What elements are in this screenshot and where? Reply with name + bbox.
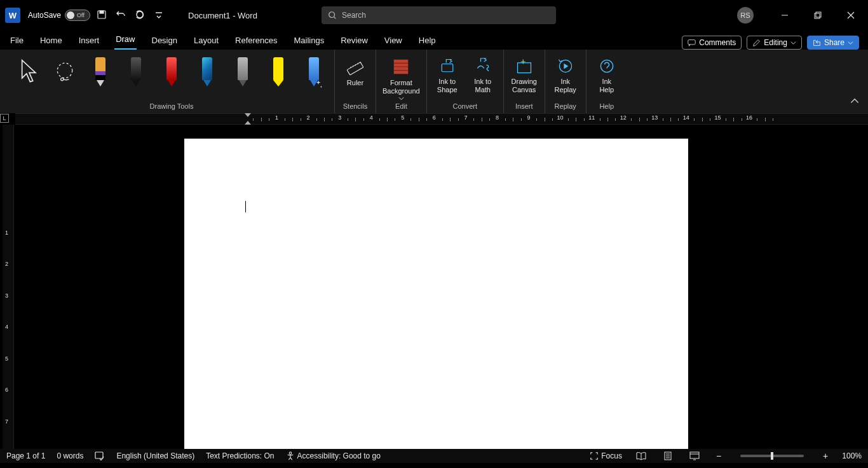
svg-point-16 bbox=[289, 452, 292, 455]
user-avatar[interactable]: RS bbox=[737, 7, 754, 24]
pen-black[interactable] bbox=[122, 56, 150, 86]
zoom-in-button[interactable]: + bbox=[820, 451, 831, 461]
cursor-icon bbox=[18, 57, 40, 86]
svg-point-2 bbox=[137, 11, 143, 18]
svg-rect-12 bbox=[517, 63, 531, 73]
read-mode-button[interactable] bbox=[634, 450, 649, 462]
group-label: Drawing Tools bbox=[150, 102, 194, 111]
svg-rect-1 bbox=[100, 11, 104, 13]
group-stencils: Ruler Stencils bbox=[335, 50, 376, 113]
word-app-icon: W bbox=[5, 8, 20, 23]
chevron-down-icon bbox=[398, 97, 404, 100]
autosave-toggle[interactable]: AutoSave Off bbox=[28, 10, 90, 21]
pen-galaxy[interactable] bbox=[193, 56, 221, 86]
focus-mode-button[interactable]: Focus bbox=[590, 451, 622, 460]
search-input[interactable]: Search bbox=[322, 6, 556, 24]
status-language[interactable]: English (United States) bbox=[116, 451, 194, 460]
comments-button[interactable]: Comments bbox=[682, 36, 742, 50]
spellcheck-icon[interactable] bbox=[95, 451, 105, 461]
search-icon bbox=[328, 11, 337, 20]
redo-icon[interactable] bbox=[135, 10, 145, 22]
svg-rect-5 bbox=[816, 12, 821, 17]
ink-replay-button[interactable]: Ink Replay bbox=[552, 56, 580, 94]
tab-insert[interactable]: Insert bbox=[78, 32, 101, 50]
pen-red[interactable] bbox=[158, 56, 186, 86]
ruler-icon bbox=[346, 57, 365, 76]
lasso-tool[interactable] bbox=[51, 56, 79, 86]
action-pen[interactable] bbox=[300, 56, 328, 86]
ruler-button[interactable]: Ruler bbox=[341, 56, 369, 87]
group-edit: Format Background Edit bbox=[376, 50, 427, 113]
select-tool[interactable] bbox=[15, 56, 43, 86]
horizontal-ruler[interactable]: 12345678910111213141516 bbox=[15, 113, 868, 125]
focus-icon bbox=[590, 451, 599, 460]
status-accessibility[interactable]: Accessibility: Good to go bbox=[286, 451, 381, 460]
format-background-icon bbox=[391, 57, 410, 76]
zoom-level[interactable]: 100% bbox=[842, 451, 862, 460]
editing-mode-button[interactable]: Editing bbox=[747, 36, 802, 50]
group-label: Help bbox=[599, 102, 614, 111]
tab-help[interactable]: Help bbox=[417, 32, 437, 50]
tab-view[interactable]: View bbox=[383, 32, 403, 50]
ink-to-math-icon bbox=[473, 57, 492, 75]
share-button[interactable]: Share bbox=[807, 36, 859, 50]
title-bar: W AutoSave Off Document1 - Word Search R… bbox=[0, 0, 868, 31]
format-background-button[interactable]: Format Background bbox=[383, 56, 420, 100]
document-page[interactable] bbox=[184, 139, 688, 451]
group-label: Edit bbox=[395, 102, 407, 111]
lasso-icon bbox=[54, 57, 76, 86]
chevron-down-icon bbox=[848, 40, 853, 46]
ink-to-math-button[interactable]: Ink to Math bbox=[469, 56, 497, 94]
tab-draw[interactable]: Draw bbox=[114, 31, 136, 50]
ink-to-shape-button[interactable]: Ink to Shape bbox=[433, 56, 461, 94]
status-page[interactable]: Page 1 of 1 bbox=[6, 451, 45, 460]
drawing-canvas-button[interactable]: Drawing Canvas bbox=[510, 56, 538, 94]
quick-access-toolbar bbox=[97, 10, 164, 22]
tab-design[interactable]: Design bbox=[151, 32, 179, 50]
status-predictions[interactable]: Text Predictions: On bbox=[206, 451, 274, 460]
autosave-label: AutoSave bbox=[28, 11, 61, 20]
highlighter-yellow[interactable] bbox=[264, 56, 292, 86]
accessibility-icon bbox=[286, 451, 295, 460]
print-layout-button[interactable] bbox=[660, 450, 675, 462]
svg-rect-15 bbox=[95, 452, 103, 458]
tab-layout[interactable]: Layout bbox=[193, 32, 220, 50]
svg-point-3 bbox=[329, 12, 335, 18]
pencil-gray[interactable] bbox=[229, 56, 257, 86]
ribbon: Drawing Tools Ruler Stencils Format Back… bbox=[0, 50, 868, 113]
svg-rect-6 bbox=[688, 39, 695, 44]
pen-orange[interactable] bbox=[86, 56, 114, 86]
collapse-ribbon-icon[interactable] bbox=[850, 97, 859, 108]
svg-rect-11 bbox=[442, 64, 453, 72]
tab-stop-selector[interactable]: L bbox=[0, 114, 9, 123]
vertical-ruler[interactable]: 12345678910 bbox=[3, 125, 14, 451]
undo-icon[interactable] bbox=[116, 10, 126, 22]
qat-customize-icon[interactable] bbox=[154, 10, 164, 20]
comment-icon bbox=[688, 39, 696, 47]
pencil-icon bbox=[752, 39, 761, 47]
tab-mailings[interactable]: Mailings bbox=[293, 32, 326, 50]
svg-rect-4 bbox=[815, 13, 820, 18]
group-label: Insert bbox=[515, 102, 533, 111]
text-cursor bbox=[245, 201, 246, 212]
tab-file[interactable]: File bbox=[9, 32, 25, 50]
ink-help-button[interactable]: Ink Help bbox=[593, 56, 621, 94]
tab-home[interactable]: Home bbox=[39, 32, 64, 50]
tab-references[interactable]: References bbox=[234, 32, 278, 50]
search-placeholder: Search bbox=[342, 11, 366, 20]
zoom-out-button[interactable]: − bbox=[714, 451, 724, 461]
status-words[interactable]: 0 words bbox=[57, 451, 83, 460]
zoom-slider[interactable] bbox=[740, 455, 804, 457]
ink-replay-icon bbox=[556, 57, 575, 75]
svg-point-8 bbox=[61, 78, 64, 81]
minimize-button[interactable] bbox=[771, 5, 798, 25]
maximize-button[interactable] bbox=[804, 5, 831, 25]
close-button[interactable] bbox=[837, 5, 864, 25]
group-label: Convert bbox=[452, 102, 477, 111]
save-icon[interactable] bbox=[97, 10, 107, 22]
web-layout-button[interactable] bbox=[687, 450, 702, 462]
ribbon-tabs: File Home Insert Draw Design Layout Refe… bbox=[0, 31, 868, 50]
chevron-down-icon bbox=[790, 40, 796, 46]
tab-review[interactable]: Review bbox=[339, 32, 369, 50]
status-bar: Page 1 of 1 0 words English (United Stat… bbox=[0, 449, 868, 463]
